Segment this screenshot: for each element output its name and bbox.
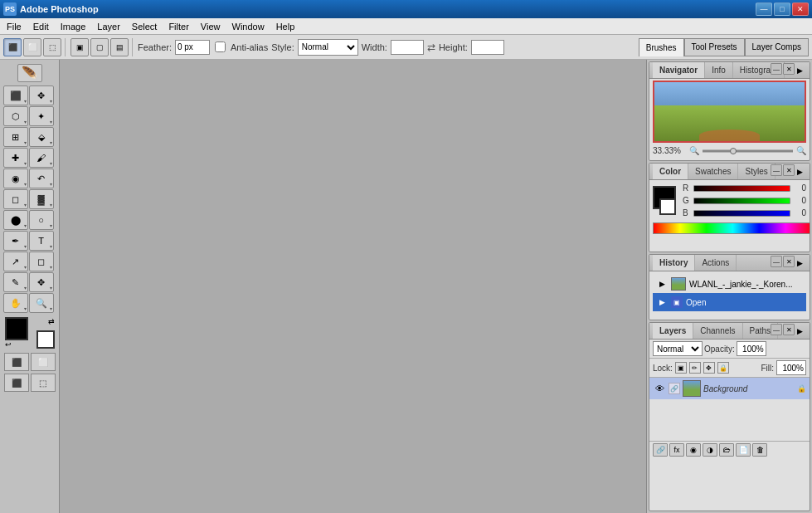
- rect-marquee-tool[interactable]: ⬛▾: [3, 86, 28, 105]
- zoom-in-btn[interactable]: 🔍: [796, 146, 806, 155]
- new-group-btn[interactable]: 🗁: [719, 443, 734, 457]
- tab-brushes[interactable]: Brushes: [639, 38, 684, 56]
- shape-tool[interactable]: ◻▾: [29, 252, 54, 271]
- delete-layer-btn[interactable]: 🗑: [752, 443, 767, 457]
- channels-tab[interactable]: Channels: [693, 323, 742, 339]
- menu-select[interactable]: Select: [127, 20, 163, 33]
- slice-tool[interactable]: ⬙▾: [29, 127, 54, 147]
- background-color[interactable]: [36, 330, 55, 349]
- zoom-tool[interactable]: 🔍▾: [29, 293, 54, 313]
- info-tab[interactable]: Info: [705, 62, 733, 78]
- eraser-tool[interactable]: ◻▾: [3, 189, 28, 209]
- crop-tool[interactable]: ⊞▾: [3, 127, 28, 147]
- color-close-btn[interactable]: ✕: [783, 164, 795, 176]
- swap-colors-btn[interactable]: ⇄: [48, 317, 55, 325]
- brush-btn3[interactable]: ▤: [110, 38, 129, 56]
- menu-help[interactable]: Help: [271, 20, 300, 33]
- hand-tool[interactable]: ✋▾: [3, 293, 28, 313]
- zoom-slider[interactable]: [703, 147, 793, 155]
- color-spectrum[interactable]: [653, 222, 810, 234]
- width-input[interactable]: [391, 40, 424, 55]
- opacity-input[interactable]: [737, 341, 766, 356]
- brush-tool[interactable]: 🖌▾: [29, 148, 54, 168]
- lock-move-btn[interactable]: ✥: [703, 362, 715, 374]
- layer-background[interactable]: 👁 🔗 Background 🔒: [649, 378, 810, 399]
- selection-tool-btn2[interactable]: ⬜: [23, 38, 41, 56]
- layer-link-btn[interactable]: 🔗: [653, 443, 668, 457]
- layers-close-btn[interactable]: ✕: [783, 324, 795, 335]
- slider-thumb[interactable]: [730, 148, 737, 154]
- lock-transparency-btn[interactable]: ▣: [675, 362, 687, 374]
- close-button[interactable]: ✕: [792, 2, 809, 16]
- clone-tool[interactable]: ◉▾: [3, 169, 28, 188]
- color-menu-btn[interactable]: ▶: [793, 165, 806, 178]
- history-tab[interactable]: History: [653, 255, 695, 271]
- menu-layer[interactable]: Layer: [92, 20, 125, 33]
- layers-minimize-btn[interactable]: —: [771, 324, 782, 335]
- navigator-close-btn[interactable]: ✕: [783, 63, 795, 75]
- type-tool[interactable]: T▾: [29, 231, 54, 251]
- blur-tool[interactable]: ⬤▾: [3, 210, 28, 230]
- layers-tab[interactable]: Layers: [653, 323, 693, 339]
- eyedropper-tool[interactable]: ✥▾: [29, 272, 54, 292]
- screen-mode-btn[interactable]: ⬛: [4, 374, 29, 392]
- standard-mode-btn[interactable]: ⬛: [4, 353, 29, 371]
- foreground-color[interactable]: [5, 317, 28, 340]
- menu-file[interactable]: File: [2, 20, 27, 33]
- restore-button[interactable]: □: [774, 2, 790, 16]
- color-minimize-btn[interactable]: —: [771, 164, 782, 176]
- history-minimize-btn[interactable]: —: [771, 256, 782, 267]
- menu-image[interactable]: Image: [56, 20, 91, 33]
- layer-fx-btn[interactable]: fx: [669, 443, 684, 457]
- default-colors-btn[interactable]: ↩: [5, 340, 12, 349]
- style-select[interactable]: Normal Fixed Ratio Fixed Size: [298, 39, 358, 56]
- history-menu-btn[interactable]: ▶: [793, 256, 806, 270]
- selection-tool-btn[interactable]: ⬛: [3, 38, 22, 56]
- history-brush-tool[interactable]: ↶▾: [29, 169, 54, 188]
- menu-edit[interactable]: Edit: [28, 20, 54, 33]
- navigator-menu-btn[interactable]: ▶: [793, 64, 806, 77]
- lock-all-btn[interactable]: 🔒: [717, 362, 729, 374]
- magic-wand-tool[interactable]: ✦▾: [29, 106, 54, 126]
- r-slider[interactable]: [693, 185, 790, 192]
- path-select-tool[interactable]: ↗▾: [3, 252, 28, 271]
- bg-swatch[interactable]: [659, 198, 676, 215]
- swatches-tab[interactable]: Swatches: [688, 164, 738, 179]
- gradient-tool[interactable]: ▓▾: [29, 189, 54, 209]
- quick-mask-btn[interactable]: ⬜: [31, 353, 56, 371]
- healing-tool[interactable]: ✚▾: [3, 148, 28, 168]
- b-slider[interactable]: [693, 210, 790, 217]
- antialias-checkbox[interactable]: [215, 42, 226, 52]
- layer-visibility-btn[interactable]: 👁: [653, 382, 666, 395]
- brush-btn[interactable]: ▣: [71, 38, 89, 56]
- fill-input[interactable]: [776, 360, 806, 375]
- history-close-btn[interactable]: ✕: [783, 256, 795, 267]
- minimize-button[interactable]: —: [756, 2, 772, 16]
- move-tool[interactable]: ✥▾: [29, 86, 54, 105]
- dodge-tool[interactable]: ○▾: [29, 210, 54, 230]
- history-item-1[interactable]: ▶ ▣ Open: [653, 293, 806, 311]
- tab-layer-comps[interactable]: Layer Comps: [745, 38, 809, 56]
- brush-btn2[interactable]: ▢: [90, 38, 109, 56]
- menu-view[interactable]: View: [196, 20, 226, 33]
- layer-adjustment-btn[interactable]: ◑: [703, 443, 717, 457]
- lock-paint-btn[interactable]: ✏: [689, 362, 701, 374]
- feather-input[interactable]: [175, 40, 210, 55]
- menu-window[interactable]: Window: [227, 20, 270, 33]
- notes-tool[interactable]: ✎▾: [3, 272, 28, 292]
- g-slider[interactable]: [693, 198, 790, 204]
- selection-tool-btn3[interactable]: ⬚: [43, 38, 61, 56]
- canvas-area[interactable]: [60, 60, 646, 513]
- actions-tab[interactable]: Actions: [695, 255, 737, 271]
- new-layer-btn[interactable]: 📄: [736, 443, 751, 457]
- height-input[interactable]: [471, 40, 504, 55]
- navigator-minimize-btn[interactable]: —: [771, 63, 782, 75]
- pen-tool[interactable]: ✒▾: [3, 231, 28, 251]
- color-tab[interactable]: Color: [653, 164, 688, 179]
- menu-filter[interactable]: Filter: [163, 20, 193, 33]
- tab-tool-presets[interactable]: Tool Presets: [684, 38, 745, 56]
- blend-mode-select[interactable]: Normal Dissolve Multiply Screen: [653, 341, 703, 356]
- bridge-btn[interactable]: ⬚: [31, 374, 56, 392]
- lasso-tool[interactable]: ⬡▾: [3, 106, 28, 126]
- navigator-tab[interactable]: Navigator: [653, 62, 705, 78]
